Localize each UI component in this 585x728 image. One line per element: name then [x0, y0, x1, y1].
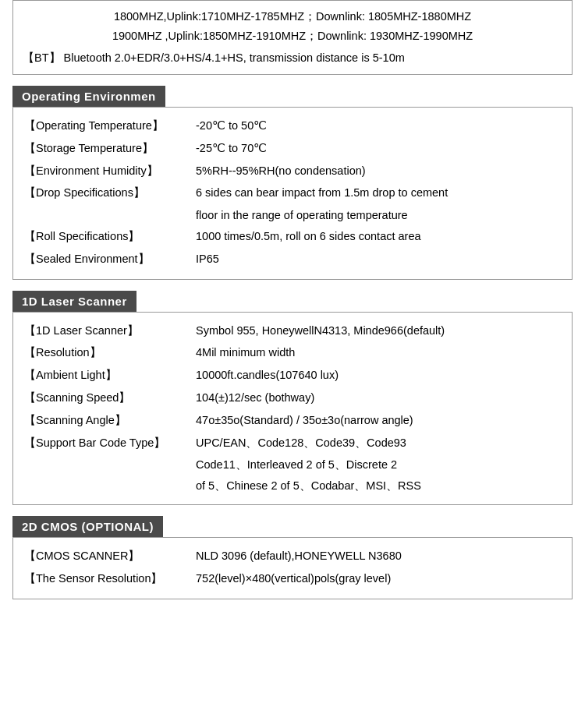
section-body-1d-laser-scanner: 【1D Laser Scanner】Symbol 955, HoneywellN…: [12, 312, 573, 506]
continuation-3: floor in the range of operating temperat…: [24, 205, 561, 226]
row-5: 【Support Bar Code Type】UPC/EAN、Code128、C…: [24, 433, 561, 454]
row-label-4: 【Scanning Angle】: [24, 410, 196, 431]
row-label-3: 【Drop Specifications】: [24, 182, 196, 203]
continuation2-5: of 5、Chinese 2 of 5、Codabar、MSI、RSS: [24, 475, 561, 497]
row-value-0: -20℃ to 50℃: [196, 115, 561, 136]
row-label-0: 【1D Laser Scanner】: [24, 320, 196, 341]
row-1: 【The Sensor Resolution】752(level)×480(ve…: [24, 568, 561, 589]
row-label-1: 【Resolution】: [24, 342, 196, 363]
row-2: 【Ambient Light】10000ft.candles(107640 lu…: [24, 365, 561, 386]
row-label-0: 【CMOS SCANNER】: [24, 546, 196, 567]
row-label-4: 【Roll Specifications】: [24, 226, 196, 247]
row-label-0: 【Operating Temperature】: [24, 115, 196, 136]
row-0: 【CMOS SCANNER】NLD 3096 (default),HONEYWE…: [24, 546, 561, 567]
section-header-operating-environment: Operating Environmen: [12, 86, 165, 107]
row-value-2: 5%RH--95%RH(no condensation): [196, 161, 561, 182]
row-label-1: 【The Sensor Resolution】: [24, 568, 196, 589]
section-header-2d-cmos: 2D CMOS (OPTIONAL): [12, 516, 163, 537]
row-value-3: 104(±)12/sec (bothway): [196, 387, 561, 408]
row-5: 【Sealed Environment】IP65: [24, 249, 561, 270]
row-value-3: 6 sides can bear impact from 1.5m drop t…: [196, 182, 561, 203]
row-0: 【1D Laser Scanner】Symbol 955, HoneywellN…: [24, 320, 561, 341]
section-header-1d-laser-scanner: 1D Laser Scanner: [12, 291, 136, 312]
row-value-5: IP65: [196, 249, 561, 270]
row-4: 【Roll Specifications】1000 times/0.5m, ro…: [24, 226, 561, 247]
row-label-2: 【Environment Humidity】: [24, 161, 196, 182]
top-line-2: 1900MHZ ,Uplink:1850MHZ-1910MHZ；Downlink…: [23, 27, 562, 46]
section-1d-laser-scanner: 1D Laser Scanner【1D Laser Scanner】Symbol…: [12, 291, 573, 506]
row-3: 【Drop Specifications】6 sides can bear im…: [24, 182, 561, 203]
page-content: 1800MHZ,Uplink:1710MHZ-1785MHZ；Downlink:…: [0, 0, 585, 623]
section-operating-environment: Operating Environmen【Operating Temperatu…: [12, 86, 573, 280]
row-0: 【Operating Temperature】-20℃ to 50℃: [24, 115, 561, 136]
section-body-operating-environment: 【Operating Temperature】-20℃ to 50℃【Stora…: [12, 107, 573, 280]
row-2: 【Environment Humidity】5%RH--95%RH(no con…: [24, 161, 561, 182]
row-value-4: 47o±35o(Standard) / 35o±3o(narrow angle): [196, 410, 561, 431]
row-label-3: 【Scanning Speed】: [24, 387, 196, 408]
sections-container: Operating Environmen【Operating Temperatu…: [12, 86, 573, 599]
row-value-5: UPC/EAN、Code128、Code39、Code93: [196, 433, 561, 454]
section-2d-cmos: 2D CMOS (OPTIONAL)【CMOS SCANNER】NLD 3096…: [12, 516, 573, 599]
row-label-5: 【Sealed Environment】: [24, 249, 196, 270]
row-value-1: -25℃ to 70℃: [196, 138, 561, 159]
row-value-1: 4Mil minimum width: [196, 342, 561, 363]
row-label-5: 【Support Bar Code Type】: [24, 433, 196, 454]
row-4: 【Scanning Angle】47o±35o(Standard) / 35o±…: [24, 410, 561, 431]
row-1: 【Resolution】4Mil minimum width: [24, 342, 561, 363]
row-value-0: NLD 3096 (default),HONEYWELL N3680: [196, 546, 561, 567]
section-body-2d-cmos: 【CMOS SCANNER】NLD 3096 (default),HONEYWE…: [12, 537, 573, 599]
continuation1-5: Code11、Interleaved 2 of 5、Discrete 2: [24, 454, 561, 475]
row-3: 【Scanning Speed】104(±)12/sec (bothway): [24, 387, 561, 408]
row-value-1: 752(level)×480(vertical)pols(gray level): [196, 568, 561, 589]
top-line-1: 1800MHZ,Uplink:1710MHZ-1785MHZ；Downlink:…: [23, 7, 562, 27]
row-label-2: 【Ambient Light】: [24, 365, 196, 386]
row-label-1: 【Storage Temperature】: [24, 138, 196, 159]
row-1: 【Storage Temperature】-25℃ to 70℃: [24, 138, 561, 159]
row-value-4: 1000 times/0.5m, roll on 6 sides contact…: [196, 226, 561, 247]
top-block: 1800MHZ,Uplink:1710MHZ-1785MHZ；Downlink:…: [12, 0, 573, 75]
row-value-2: 10000ft.candles(107640 lux): [196, 365, 561, 386]
bt-line: 【BT】 Bluetooth 2.0+EDR/3.0+HS/4.1+HS, tr…: [23, 48, 562, 68]
row-value-0: Symbol 955, HoneywellN4313, Minde966(def…: [196, 320, 561, 341]
